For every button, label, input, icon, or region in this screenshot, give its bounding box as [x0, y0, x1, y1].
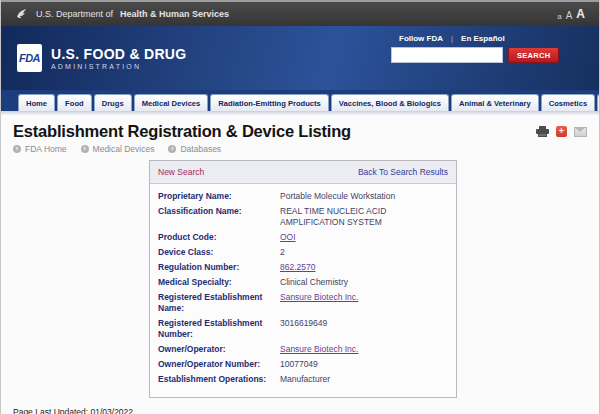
header-quick-links: Follow FDA | En Español [391, 34, 551, 43]
breadcrumb-label: Medical Devices [93, 144, 155, 154]
fda-title-line1: U.S. FOOD & DRUG [51, 46, 186, 62]
fda-title-line2: ADMINISTRATION [51, 63, 186, 70]
field-value: Manufacturer [280, 374, 330, 385]
fda-logo[interactable]: FDA [17, 44, 42, 72]
field-label: Registered Establishment Name: [158, 292, 280, 313]
follow-fda-link[interactable]: Follow FDA [399, 34, 443, 43]
table-row: Establishment Operations:Manufacturer [158, 374, 448, 385]
page-footer-info: Page Last Updated: 01/03/2022 Note: If y… [1, 398, 599, 414]
nav-tab-home[interactable]: Home [18, 94, 55, 111]
page-title: Establishment Registration & Device List… [13, 122, 351, 141]
table-row: Registered Establishment Number:30166196… [158, 318, 448, 339]
field-value: REAL TIME NUCLEIC ACID AMPLIFICATION SYS… [280, 206, 448, 227]
breadcrumb-item-fda-home[interactable]: ›FDA Home [13, 144, 67, 154]
en-espanol-link[interactable]: En Español [461, 34, 505, 43]
back-to-search-results-link[interactable]: Back To Search Results [358, 167, 448, 177]
hhs-department-link[interactable]: U.S. Department of Health & Human Servic… [15, 7, 229, 21]
field-value-link[interactable]: Sansure Biotech Inc. [280, 344, 358, 355]
table-row: Owner/Operator:Sansure Biotech Inc. [158, 344, 448, 355]
hhs-dept-prefix: U.S. Department of [36, 9, 113, 19]
font-size-small-button[interactable]: a [557, 12, 561, 21]
font-size-large-button[interactable]: A [576, 7, 585, 21]
field-value: 3016619649 [280, 318, 327, 339]
browser-page: U.S. Department of Health & Human Servic… [0, 0, 600, 414]
nav-tab-vaccines-blood-biologics[interactable]: Vaccines, Blood & Biologics [331, 94, 449, 111]
breadcrumb-label: Databases [180, 144, 221, 154]
nav-tab-cosmetics[interactable]: Cosmetics [541, 94, 595, 111]
print-icon[interactable] [536, 126, 549, 137]
breadcrumb-item-medical-devices[interactable]: ›Medical Devices [81, 144, 155, 154]
table-row: Registered Establishment Name:Sansure Bi… [158, 292, 448, 313]
nav-tab-drugs[interactable]: Drugs [94, 94, 132, 111]
field-label: Owner/Operator Number: [158, 359, 280, 370]
nav-tab-food[interactable]: Food [57, 94, 92, 111]
breadcrumb: ›FDA Home›Medical Devices›Databases [13, 144, 587, 154]
breadcrumb-bullet-icon: › [13, 145, 21, 153]
field-value-link[interactable]: OOI [280, 232, 296, 243]
field-label: Classification Name: [158, 206, 280, 227]
panel-body: Proprietary Name:Portable Molecule Works… [150, 184, 456, 397]
field-label: Owner/Operator: [158, 344, 280, 355]
panel-header: New Search Back To Search Results [150, 161, 456, 184]
field-label: Establishment Operations: [158, 374, 280, 385]
device-detail-panel: New Search Back To Search Results Propri… [149, 160, 457, 398]
field-value-link[interactable]: Sansure Biotech Inc. [280, 292, 358, 313]
search-input[interactable] [391, 47, 503, 63]
table-row: Product Code:OOI [158, 232, 448, 243]
hhs-top-bar: U.S. Department of Health & Human Servic… [1, 0, 599, 26]
field-label: Regulation Number: [158, 262, 280, 273]
quick-links-separator: | [451, 34, 453, 43]
table-row: Owner/Operator Number:10077049 [158, 359, 448, 370]
field-label: Product Code: [158, 232, 280, 243]
fda-header: FDA U.S. FOOD & DRUG ADMINISTRATION Foll… [1, 26, 599, 90]
field-label: Device Class: [158, 247, 280, 258]
field-label: Medical Specialty: [158, 277, 280, 288]
table-row: Classification Name:REAL TIME NUCLEIC AC… [158, 206, 448, 227]
search-button[interactable]: SEARCH [508, 47, 559, 63]
table-row: Proprietary Name:Portable Molecule Works… [158, 191, 448, 202]
field-value: 2 [280, 247, 285, 258]
field-value-link[interactable]: 862.2570 [280, 262, 315, 273]
hhs-eagle-icon [15, 7, 29, 21]
breadcrumb-item-databases[interactable]: ›Databases [168, 144, 221, 154]
fda-title-block: U.S. FOOD & DRUG ADMINISTRATION [51, 46, 186, 70]
breadcrumb-bullet-icon: › [168, 145, 176, 153]
breadcrumb-bullet-icon: › [81, 145, 89, 153]
table-row: Regulation Number:862.2570 [158, 262, 448, 273]
hhs-dept-name: Health & Human Services [120, 9, 229, 19]
breadcrumb-label: FDA Home [25, 144, 67, 154]
field-value: Portable Molecule Workstation [280, 191, 395, 202]
field-value: Clinical Chemistry [280, 277, 348, 288]
share-icon[interactable]: + [556, 126, 567, 137]
table-row: Medical Specialty:Clinical Chemistry [158, 277, 448, 288]
nav-tab-medical-devices[interactable]: Medical Devices [134, 94, 209, 111]
email-icon[interactable] [574, 127, 587, 137]
page-action-icons: + [536, 122, 587, 137]
header-search-area: Follow FDA | En Español SEARCH [391, 34, 551, 63]
table-row: Device Class:2 [158, 247, 448, 258]
main-navigation: HomeFoodDrugsMedical DevicesRadiation-Em… [1, 90, 599, 111]
field-label: Proprietary Name: [158, 191, 280, 202]
nav-tab-radiation-emitting-products[interactable]: Radiation-Emitting Products [210, 94, 329, 111]
page-content: Establishment Registration & Device List… [1, 115, 599, 398]
field-value: 10077049 [280, 359, 318, 370]
font-size-medium-button[interactable]: A [566, 10, 573, 21]
nav-tab-animal-veterinary[interactable]: Animal & Veterinary [451, 94, 539, 111]
new-search-link[interactable]: New Search [158, 167, 204, 177]
page-last-updated: Page Last Updated: 01/03/2022 [13, 407, 587, 414]
font-size-controls: a A A [557, 7, 585, 21]
field-label: Registered Establishment Number: [158, 318, 280, 339]
